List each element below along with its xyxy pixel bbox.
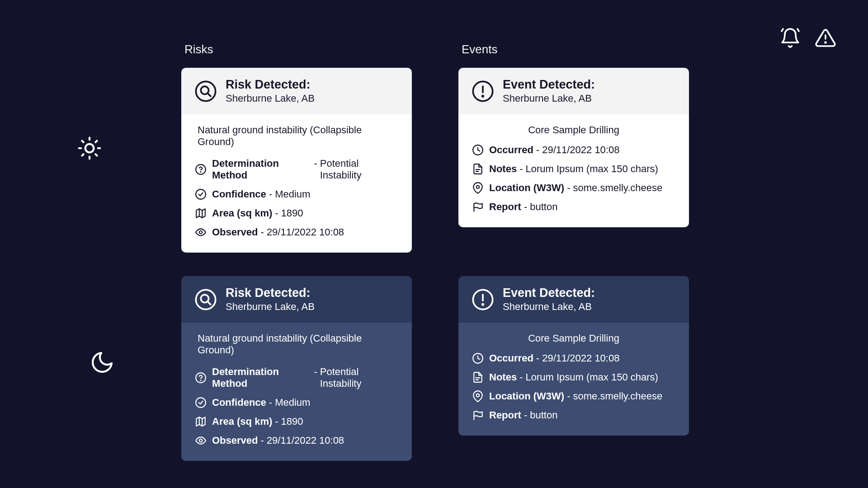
- check-circle-icon: [195, 188, 207, 200]
- card-location: Sherburne Lake, AB: [503, 301, 595, 313]
- svg-line-6: [95, 154, 97, 155]
- card-title: Risk Detected:: [226, 286, 315, 300]
- svg-point-33: [196, 398, 206, 408]
- svg-point-44: [476, 394, 480, 397]
- risk-description: Natural ground instability (Collapsible …: [195, 333, 398, 356]
- event-description: Core Sample Drilling: [472, 333, 675, 344]
- risks-section-label: Risks: [184, 42, 213, 56]
- svg-point-37: [199, 439, 203, 442]
- row-confidence: Confidence-Medium: [195, 397, 398, 408]
- risk-card-light: Risk Detected: Sherburne Lake, AB Natura…: [181, 68, 412, 253]
- svg-line-10: [95, 141, 97, 142]
- event-description: Core Sample Drilling: [472, 124, 675, 136]
- row-notes: Notes-Lorum Ipsum (max 150 chars): [472, 371, 675, 383]
- svg-line-9: [82, 154, 83, 155]
- svg-point-27: [476, 186, 480, 189]
- card-location: Sherburne Lake, AB: [226, 301, 315, 313]
- svg-point-1: [825, 42, 826, 43]
- card-title: Risk Detected:: [226, 78, 315, 92]
- map-icon: [195, 207, 207, 219]
- svg-line-30: [208, 301, 211, 305]
- svg-point-32: [200, 380, 201, 380]
- svg-line-5: [82, 141, 83, 142]
- moon-icon: [90, 350, 115, 375]
- map-pin-icon: [472, 182, 484, 194]
- alert-triangle-icon[interactable]: [815, 27, 836, 49]
- card-location: Sherburne Lake, AB: [226, 93, 315, 104]
- card-header: Risk Detected: Sherburne Lake, AB: [181, 68, 412, 114]
- card-header: Risk Detected: Sherburne Lake, AB: [181, 276, 412, 323]
- row-report[interactable]: Report-button: [472, 201, 675, 213]
- check-circle-icon: [195, 397, 207, 408]
- event-card-light: Event Detected: Sherburne Lake, AB Core …: [458, 68, 689, 227]
- clock-icon: [472, 352, 484, 364]
- events-section-label: Events: [462, 42, 498, 56]
- svg-marker-17: [196, 209, 205, 218]
- clock-icon: [472, 144, 484, 156]
- row-location: Location (W3W)-some.smelly.cheese: [472, 390, 675, 402]
- eye-icon: [195, 226, 207, 238]
- row-area: Area (sq km)-1890: [195, 416, 398, 427]
- flag-icon: [472, 201, 484, 213]
- card-title: Event Detected:: [503, 78, 595, 92]
- row-determination: Determination Method-Potential Instabili…: [195, 366, 398, 389]
- svg-point-20: [199, 231, 203, 234]
- row-determination: Determination Method-Potential Instabili…: [195, 158, 398, 181]
- svg-point-40: [482, 304, 484, 305]
- row-occurred: Occurred-29/11/2022 10:08: [472, 352, 675, 364]
- event-card-dark: Event Detected: Sherburne Lake, AB Core …: [458, 276, 689, 436]
- row-occurred: Occurred-29/11/2022 10:08: [472, 144, 675, 156]
- file-icon: [472, 371, 484, 383]
- svg-point-16: [196, 189, 206, 199]
- card-header: Event Detected: Sherburne Lake, AB: [458, 68, 689, 114]
- map-pin-icon: [472, 390, 484, 402]
- bell-icon[interactable]: [779, 27, 801, 49]
- search-icon: [194, 288, 217, 311]
- card-location: Sherburne Lake, AB: [503, 93, 595, 104]
- svg-line-13: [208, 93, 211, 96]
- file-icon: [472, 163, 484, 175]
- svg-point-2: [85, 144, 94, 153]
- row-location: Location (W3W)-some.smelly.cheese: [472, 182, 675, 194]
- eye-icon: [195, 435, 207, 446]
- row-area: Area (sq km)-1890: [195, 207, 398, 219]
- svg-point-15: [200, 172, 201, 172]
- card-title: Event Detected:: [503, 286, 595, 300]
- row-confidence: Confidence-Medium: [195, 188, 398, 200]
- row-notes: Notes-Lorum Ipsum (max 150 chars): [472, 163, 675, 175]
- svg-marker-34: [196, 417, 205, 426]
- map-icon: [195, 416, 207, 427]
- svg-point-23: [482, 95, 484, 97]
- row-observed: Observed-29/11/2022 10:08: [195, 435, 398, 446]
- search-icon: [194, 80, 217, 103]
- card-header: Event Detected: Sherburne Lake, AB: [458, 276, 689, 323]
- alert-circle-icon: [471, 288, 495, 311]
- alert-circle-icon: [471, 80, 495, 103]
- help-circle-icon: [195, 372, 207, 384]
- row-report[interactable]: Report-button: [472, 409, 675, 421]
- risk-description: Natural ground instability (Collapsible …: [195, 124, 398, 148]
- flag-icon: [472, 409, 484, 421]
- help-circle-icon: [195, 164, 207, 175]
- risk-card-dark: Risk Detected: Sherburne Lake, AB Natura…: [181, 276, 412, 461]
- svg-point-11: [196, 81, 215, 101]
- sun-icon: [77, 136, 102, 161]
- row-observed: Observed-29/11/2022 10:08: [195, 226, 398, 238]
- svg-point-28: [196, 290, 215, 309]
